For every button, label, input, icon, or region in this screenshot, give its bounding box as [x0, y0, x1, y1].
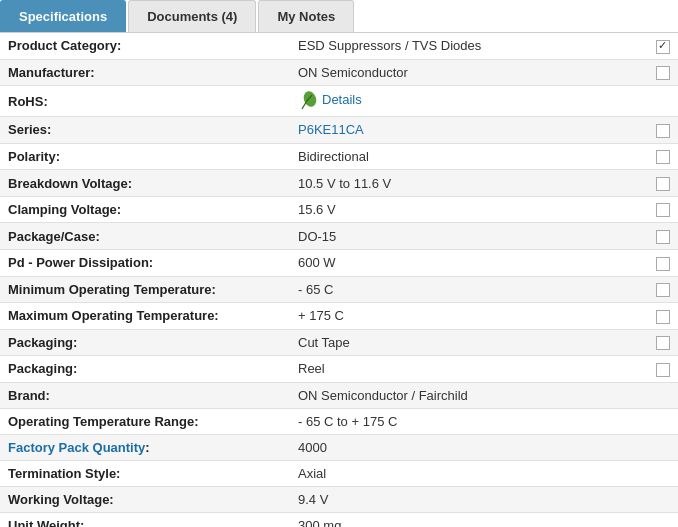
spec-checkbox[interactable] — [656, 150, 670, 164]
spec-checkbox-empty — [648, 408, 678, 434]
spec-label: Termination Style: — [0, 460, 290, 486]
spec-checkbox[interactable] — [656, 203, 670, 217]
table-row: Clamping Voltage:15.6 V — [0, 196, 678, 223]
spec-value: ON Semiconductor — [290, 59, 648, 86]
spec-checkbox[interactable] — [656, 283, 670, 297]
table-row: Maximum Operating Temperature:+ 175 C — [0, 303, 678, 330]
table-row: Operating Temperature Range:- 65 C to + … — [0, 408, 678, 434]
spec-label: Clamping Voltage: — [0, 196, 290, 223]
table-row: Packaging:Cut Tape — [0, 329, 678, 356]
spec-checkbox[interactable] — [656, 124, 670, 138]
table-row: Packaging:Reel — [0, 356, 678, 383]
table-row: Breakdown Voltage:10.5 V to 11.6 V — [0, 170, 678, 197]
spec-label: Minimum Operating Temperature: — [0, 276, 290, 303]
spec-value: + 175 C — [290, 303, 648, 330]
spec-value: - 65 C — [290, 276, 648, 303]
spec-checkbox-empty — [648, 434, 678, 460]
tab-bar: Specifications Documents (4) My Notes — [0, 0, 678, 33]
spec-value: Bidirectional — [290, 143, 648, 170]
spec-checkbox-cell — [648, 33, 678, 59]
spec-checkbox-cell — [648, 276, 678, 303]
spec-label: Manufacturer: — [0, 59, 290, 86]
table-row: Termination Style:Axial — [0, 460, 678, 486]
spec-checkbox-cell — [648, 356, 678, 383]
spec-value: 4000 — [290, 434, 648, 460]
spec-value: 15.6 V — [290, 196, 648, 223]
spec-label: Operating Temperature Range: — [0, 408, 290, 434]
spec-checkbox-cell — [648, 249, 678, 276]
spec-label: Breakdown Voltage: — [0, 170, 290, 197]
table-row: Working Voltage:9.4 V — [0, 486, 678, 512]
spec-value: ON Semiconductor / Fairchild — [290, 382, 648, 408]
table-row: Package/Case:DO-15 — [0, 223, 678, 250]
spec-checkbox-empty — [648, 460, 678, 486]
spec-checkbox-cell — [648, 59, 678, 86]
spec-checkbox-cell — [648, 170, 678, 197]
spec-value: Reel — [290, 356, 648, 383]
spec-label: Polarity: — [0, 143, 290, 170]
table-row: Brand:ON Semiconductor / Fairchild — [0, 382, 678, 408]
spec-label: Packaging: — [0, 329, 290, 356]
table-row: Polarity:Bidirectional — [0, 143, 678, 170]
spec-checkbox-empty — [648, 86, 678, 117]
spec-label: Package/Case: — [0, 223, 290, 250]
spec-value: - 65 C to + 175 C — [290, 408, 648, 434]
spec-value: P6KE11CA — [290, 117, 648, 144]
rohs-details-link[interactable]: Details — [322, 93, 362, 108]
spec-label: Brand: — [0, 382, 290, 408]
spec-value: 9.4 V — [290, 486, 648, 512]
spec-value: DO-15 — [290, 223, 648, 250]
tab-my-notes[interactable]: My Notes — [258, 0, 354, 32]
spec-checkbox-empty — [648, 486, 678, 512]
spec-checkbox-cell — [648, 196, 678, 223]
table-row: Minimum Operating Temperature:- 65 C — [0, 276, 678, 303]
spec-value: Details — [290, 86, 648, 117]
spec-value: 300 mg — [290, 512, 648, 527]
spec-label: Factory Pack Quantity: — [0, 434, 290, 460]
spec-label: Pd - Power Dissipation: — [0, 249, 290, 276]
spec-checkbox-cell — [648, 143, 678, 170]
rohs-icon — [298, 91, 318, 111]
spec-checkbox-cell — [648, 117, 678, 144]
tab-documents[interactable]: Documents (4) — [128, 0, 256, 32]
table-row: Pd - Power Dissipation:600 W — [0, 249, 678, 276]
spec-value: ESD Suppressors / TVS Diodes — [290, 33, 648, 59]
table-row: Series:P6KE11CA — [0, 117, 678, 144]
spec-value: Cut Tape — [290, 329, 648, 356]
spec-checkbox[interactable] — [656, 257, 670, 271]
spec-value: Axial — [290, 460, 648, 486]
spec-label: Product Category: — [0, 33, 290, 59]
spec-checkbox-empty — [648, 512, 678, 527]
spec-label: Series: — [0, 117, 290, 144]
spec-checkbox[interactable] — [656, 363, 670, 377]
tabs-container: Specifications Documents (4) My Notes — [0, 0, 678, 33]
spec-checkbox-cell — [648, 303, 678, 330]
spec-label: RoHS: — [0, 86, 290, 117]
spec-value-link[interactable]: P6KE11CA — [298, 122, 364, 137]
spec-checkbox[interactable] — [656, 230, 670, 244]
specifications-table: Product Category:ESD Suppressors / TVS D… — [0, 33, 678, 527]
spec-label: Packaging: — [0, 356, 290, 383]
spec-checkbox-empty — [648, 382, 678, 408]
table-row: Manufacturer:ON Semiconductor — [0, 59, 678, 86]
spec-checkbox-cell — [648, 223, 678, 250]
spec-checkbox[interactable] — [656, 177, 670, 191]
spec-label: Maximum Operating Temperature: — [0, 303, 290, 330]
spec-checkbox[interactable] — [656, 310, 670, 324]
spec-checkbox-cell — [648, 329, 678, 356]
spec-value: 600 W — [290, 249, 648, 276]
table-row: Unit Weight:300 mg — [0, 512, 678, 527]
spec-value: 10.5 V to 11.6 V — [290, 170, 648, 197]
spec-checkbox[interactable] — [656, 66, 670, 80]
spec-label: Working Voltage: — [0, 486, 290, 512]
spec-label-link[interactable]: Factory Pack Quantity — [8, 440, 145, 455]
spec-checkbox[interactable] — [656, 40, 670, 54]
table-row: Factory Pack Quantity:4000 — [0, 434, 678, 460]
table-row: Product Category:ESD Suppressors / TVS D… — [0, 33, 678, 59]
spec-checkbox[interactable] — [656, 336, 670, 350]
table-row: RoHS: Details — [0, 86, 678, 117]
tab-specifications[interactable]: Specifications — [0, 0, 126, 32]
spec-label: Unit Weight: — [0, 512, 290, 527]
